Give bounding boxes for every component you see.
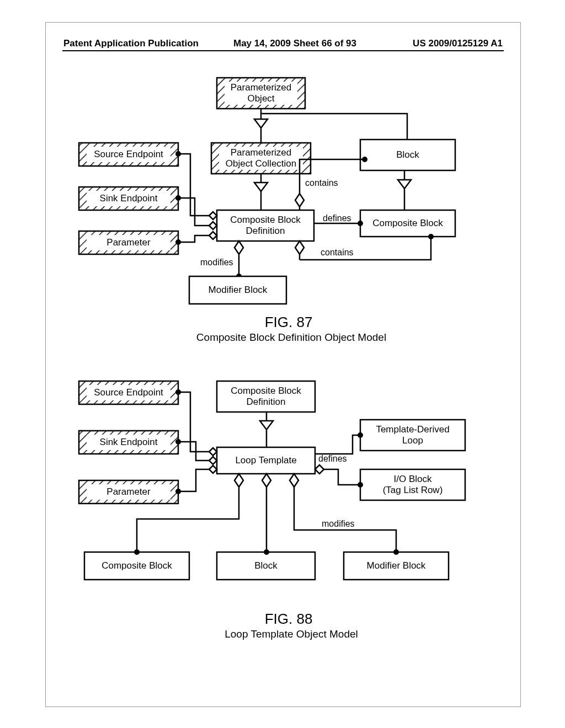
lbl-tdl: Template-DerivedLoop — [360, 420, 465, 451]
lbl-mod88: Modifier Block — [344, 552, 449, 580]
lbl-defines88: defines — [318, 454, 347, 464]
page-inner: Patent Application Publication May 14, 2… — [45, 22, 521, 707]
lbl-cbd88: Composite BlockDefinition — [217, 381, 315, 412]
diagram-svg — [46, 23, 520, 706]
lbl-src88: Source Endpoint — [87, 385, 170, 400]
lbl-block88: Block — [217, 552, 315, 580]
lbl-src: Source Endpoint — [87, 147, 170, 162]
fig88-subtitle: Loop Template Object Model — [211, 628, 371, 640]
lbl-contains1: contains — [305, 178, 338, 188]
page: Patent Application Publication May 14, 2… — [0, 0, 565, 728]
lbl-param: Parameter — [87, 235, 170, 250]
lbl-sink: Sink Endpoint — [87, 191, 170, 206]
fig88-title: FIG. 88 — [250, 611, 327, 628]
fig87-title: FIG. 87 — [250, 314, 327, 331]
lbl-param88: Parameter — [87, 484, 170, 500]
lbl-cbd: Composite BlockDefinition — [217, 210, 314, 241]
lbl-sink88: Sink Endpoint — [87, 435, 170, 450]
lbl-modifies: modifies — [200, 258, 233, 267]
lbl-poc: ParameterizedObject Collection — [219, 147, 303, 170]
lbl-io: I/O Block(Tag List Row) — [360, 469, 465, 500]
lbl-block: Block — [360, 140, 455, 170]
lbl-modifies88: modifies — [322, 519, 355, 529]
lbl-cblock88: Composite Block — [84, 552, 189, 580]
lbl-po: ParameterizedObject — [225, 82, 297, 105]
lbl-lt: Loop Template — [217, 447, 315, 474]
lbl-defines: defines — [323, 213, 351, 223]
fig87-subtitle: Composite Block Definition Object Model — [189, 331, 393, 344]
lbl-contains2: contains — [321, 248, 354, 258]
lbl-cblock: Composite Block — [360, 210, 455, 237]
lbl-mod: Modifier Block — [189, 276, 286, 304]
